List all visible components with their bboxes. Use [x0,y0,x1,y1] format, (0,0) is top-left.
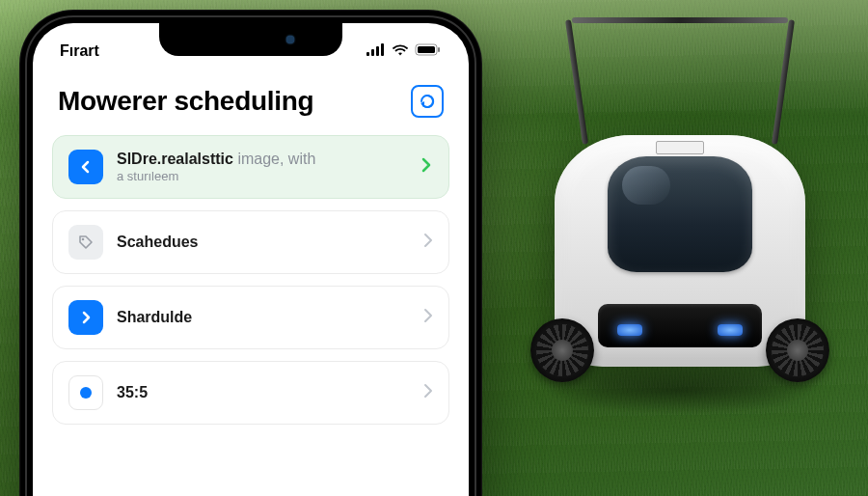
svg-rect-0 [366,52,369,56]
svg-rect-6 [438,47,440,52]
page-header: Mowerer scheduling [33,66,469,135]
list-item-title: Shardulde [117,309,410,326]
phone-frame: Fırart [19,10,482,496]
chevron-left-icon [68,150,103,184]
svg-rect-5 [418,46,435,53]
svg-rect-2 [376,46,379,56]
chevron-right-badge-icon [68,300,103,335]
list-item[interactable]: Shardulde [52,286,449,349]
svg-rect-3 [381,43,384,56]
wifi-icon [392,42,409,60]
list-item[interactable]: 35:5 [52,361,449,425]
battery-icon [415,42,442,60]
chevron-right-icon [423,308,433,327]
svg-rect-1 [371,49,374,56]
refresh-icon [419,93,436,110]
radio-dot-icon [68,375,103,410]
page-title: Mowerer scheduling [58,86,313,117]
schedule-list: SlDre.realalsttic image, with a sturılee… [33,135,469,425]
status-carrier: Fırart [60,42,99,60]
tag-icon [68,225,103,260]
list-item-active[interactable]: SlDre.realalsttic image, with a sturılee… [52,135,449,199]
chevron-right-icon [423,233,433,252]
list-item-title: Scahedues [117,234,410,251]
list-item-title: 35:5 [117,384,410,401]
list-item-title: SlDre.realalsttic image, with [117,151,406,168]
svg-point-9 [82,238,85,241]
mower-image [535,87,825,434]
refresh-button[interactable] [411,85,444,118]
phone-notch [159,23,342,56]
phone-screen: Fırart [33,23,469,496]
list-item-subtitle: a sturıleem [117,169,406,183]
cellular-signal-icon [366,42,386,60]
chevron-right-icon [420,156,433,178]
list-item[interactable]: Scahedues [52,210,449,274]
chevron-right-icon [423,383,433,402]
